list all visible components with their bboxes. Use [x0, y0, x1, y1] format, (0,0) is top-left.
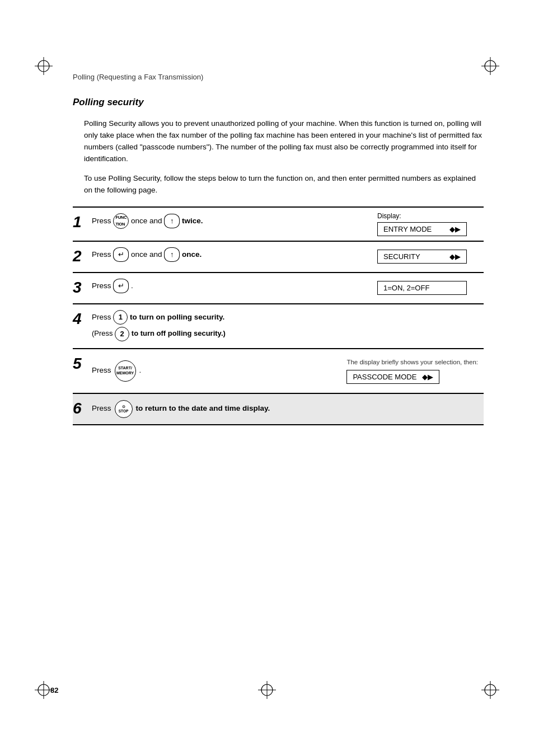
step-3-display: 1=ON, 2=OFF [372, 273, 484, 303]
step-2-row: 2 Press ↵ once and ↑ once. SECURITY ◆▶ [73, 242, 484, 273]
step-2-display: SECURITY ◆▶ [372, 242, 484, 272]
step-2-number: 2 [73, 242, 90, 272]
step-1-twice: twice. [182, 216, 203, 224]
step-2-press: Press [92, 250, 113, 258]
step-6-press: Press [92, 403, 111, 414]
step-2-once-and: once and [131, 250, 164, 258]
step-5-period: . [139, 365, 142, 376]
corner-mark-br [480, 680, 500, 700]
step-4-paren-press: (Press [92, 329, 115, 337]
display-text-1: ENTRY MODE [383, 225, 432, 233]
display-arrow-5: ◆▶ [422, 373, 433, 381]
start-memory-button[interactable]: START/MEMORY [115, 360, 136, 382]
step-5-display-small: The display briefly shows your selection… [346, 358, 478, 367]
step-4-content: Press 1 to turn on polling security. (Pr… [90, 304, 372, 348]
intro-paragraph1: Polling Security allows you to prevent u… [84, 118, 484, 165]
scroll-up-button-2[interactable]: ↑ [164, 247, 180, 262]
display-box-1: ENTRY MODE ◆▶ [377, 222, 467, 236]
num-1-button[interactable]: 1 [113, 310, 128, 325]
step-5-content: Press START/MEMORY . [90, 349, 341, 393]
step-5-press: Press [92, 365, 111, 376]
display-arrow-1: ◆▶ [449, 225, 461, 233]
step-4-line2: (Press 2 to turn off polling security.) [92, 327, 366, 341]
stop-button[interactable]: ⊙STOP [115, 400, 133, 418]
step-6-row: 6 Press ⊙STOP to return to the date and … [73, 394, 484, 425]
step-4-display [372, 304, 484, 348]
section-title: Polling security [73, 97, 484, 108]
display-arrow-2: ◆▶ [449, 252, 461, 261]
num-2-button[interactable]: 2 [115, 327, 129, 341]
function-button[interactable]: FUNCTION [113, 213, 129, 229]
step-3-content: Press ↵ . [90, 273, 372, 303]
display-text-5: PASSCODE MODE [353, 373, 416, 381]
step-4-row: 4 Press 1 to turn on polling security. (… [73, 304, 484, 349]
step-3-row: 3 Press ↵ . 1=ON, 2=OFF [73, 273, 484, 304]
scroll-up-button-1[interactable]: ↑ [164, 214, 180, 228]
step-4-text2: to turn off polling security.) [132, 329, 226, 337]
step-6-content: Press ⊙STOP to return to the date and ti… [90, 394, 372, 424]
step-2-once: once. [182, 250, 202, 258]
step-3-press: Press [92, 281, 113, 289]
step-5-row: 5 Press START/MEMORY . The display brief… [73, 349, 484, 394]
step-5-number: 5 [73, 349, 90, 393]
breadcrumb: Polling (Requesting a Fax Transmission) [73, 73, 484, 81]
enter-button-2[interactable]: ↵ [113, 247, 129, 262]
step-4-text1: to turn on polling security. [130, 312, 224, 321]
step-4-number: 4 [73, 304, 90, 348]
step-6-number: 6 [73, 394, 90, 424]
step-1-display: Display: ENTRY MODE ◆▶ [372, 208, 484, 241]
display-box-2: SECURITY ◆▶ [377, 250, 467, 264]
display-label-1: Display: [377, 212, 401, 220]
step-1-once-and: once and [131, 216, 164, 224]
step-3-period: . [131, 281, 133, 289]
step-2-content: Press ↵ once and ↑ once. [90, 242, 372, 272]
display-box-5: PASSCODE MODE ◆▶ [346, 370, 439, 384]
page-number: 82 [50, 686, 58, 694]
step-1-number: 1 [73, 208, 90, 241]
display-text-3: 1=ON, 2=OFF [383, 284, 429, 292]
corner-mark-mid-b [257, 680, 277, 700]
step-5-display: The display briefly shows your selection… [341, 349, 484, 393]
display-box-3: 1=ON, 2=OFF [377, 281, 467, 295]
step-3-number: 3 [73, 273, 90, 303]
step-1-row: 1 Press FUNCTION once and ↑ twice. Displ… [73, 208, 484, 242]
step-4-press1: Press [92, 312, 113, 321]
step-1-content: Press FUNCTION once and ↑ twice. [90, 208, 372, 241]
step-4-line1: Press 1 to turn on polling security. [92, 310, 366, 325]
step-6-suffix: to return to the date and time display. [136, 403, 270, 414]
display-text-2: SECURITY [383, 252, 420, 261]
step-6-display [372, 394, 484, 424]
steps-container: 1 Press FUNCTION once and ↑ twice. Displ… [73, 206, 484, 425]
enter-button-3[interactable]: ↵ [113, 279, 129, 293]
step-1-press: Press [92, 216, 113, 224]
intro-paragraph2: To use Polling Security, follow the step… [84, 173, 484, 196]
